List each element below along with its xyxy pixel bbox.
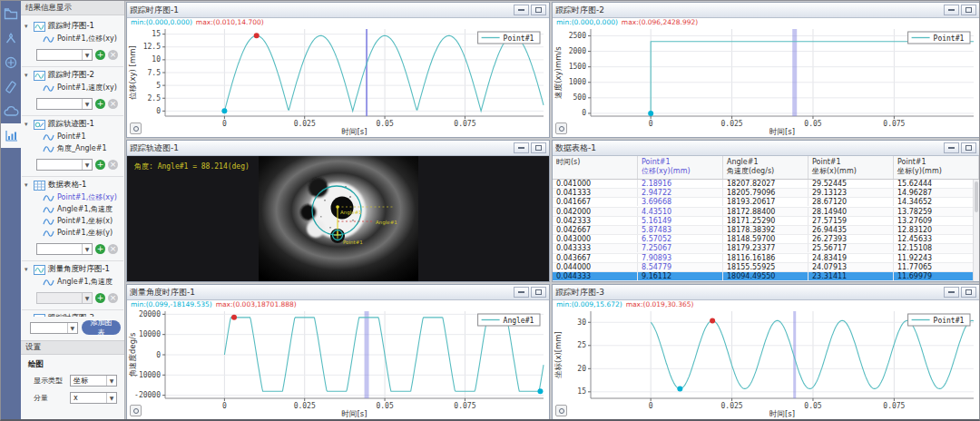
panel-angle-time-series-1: 测量角度时序图-1 min:(0.099,-18149.535)max:(0.0…: [126, 284, 550, 420]
maximize-button[interactable]: [531, 142, 546, 153]
remove-series-button[interactable]: ×: [108, 99, 118, 109]
remove-series-button[interactable]: ×: [108, 50, 118, 60]
table-column-header[interactable]: Point#1坐标(y)(mm): [894, 156, 979, 179]
tree-item-label: 角度_Angle#1: [57, 143, 107, 153]
table-column-header[interactable]: Point#1位移(xy)(mm): [638, 156, 723, 179]
chevron-down-icon: ▼: [82, 244, 92, 254]
chart-panel-icon[interactable]: [1, 123, 21, 148]
tree-group-header[interactable]: ▾跟踪时序图-1: [22, 20, 123, 33]
tree-item[interactable]: 角度_Angle#1: [22, 142, 123, 154]
table-row[interactable]: 0.0410002.1891618207.8202729.5244515.624…: [553, 180, 979, 189]
cloud-icon[interactable]: [1, 99, 21, 123]
table-row[interactable]: 0.0420004.4351018172.8840028.1494013.782…: [553, 208, 979, 217]
tree-item[interactable]: Angle#1,角速度: [22, 203, 123, 215]
maximize-button[interactable]: [961, 287, 976, 298]
svg-text:0: 0: [156, 351, 161, 359]
table-scrollbar[interactable]: [973, 180, 979, 281]
target-icon[interactable]: [1, 50, 21, 74]
add-series-button[interactable]: +: [95, 293, 105, 303]
tree-item[interactable]: Point#1,坐标(y): [22, 227, 123, 239]
tree-group-header[interactable]: ▾跟踪轨迹图-1: [22, 118, 123, 131]
chevron-down-icon[interactable]: ▾: [24, 181, 31, 189]
remove-series-button[interactable]: ×: [108, 293, 118, 303]
panel-title: 跟踪时序图-3: [555, 287, 942, 299]
add-series-button[interactable]: +: [95, 50, 105, 60]
add-chart-combobox[interactable]: ▼: [30, 322, 78, 334]
chevron-down-icon[interactable]: ▾: [24, 121, 31, 128]
add-series-button[interactable]: +: [95, 244, 105, 254]
chevron-down-icon[interactable]: ▾: [24, 72, 31, 79]
svg-text:0.025: 0.025: [294, 402, 316, 410]
svg-text:10000: 10000: [139, 330, 161, 338]
maximize-button[interactable]: [531, 287, 546, 298]
maximize-button[interactable]: [961, 5, 976, 15]
add-series-button[interactable]: +: [95, 99, 105, 109]
tree-group-header[interactable]: ▾跟踪时序图-2: [22, 69, 123, 82]
table-row[interactable]: 0.0413332.9472218205.7909629.1312314.962…: [553, 189, 979, 198]
table-column-header[interactable]: Point#1坐标(x)(mm): [808, 156, 894, 179]
table-column-header[interactable]: 时间(s): [553, 156, 638, 179]
minimize-button[interactable]: [514, 287, 529, 298]
series-combobox[interactable]: ▼: [36, 243, 93, 255]
remove-series-button[interactable]: ×: [108, 160, 118, 170]
minmax-readout: min:(0.099,-18149.535)max:(0.003,18701.8…: [131, 300, 297, 308]
chart-canvas[interactable]: 00.0250.050.07502.557.51012.515时间[s]位移(x…: [127, 18, 549, 137]
minimize-button[interactable]: [944, 5, 959, 15]
tree-item-label: Point#1: [57, 132, 86, 141]
table-row[interactable]: 0.0430006.5705218148.5970026.2739312.456…: [553, 235, 979, 244]
table-row[interactable]: 0.0423335.1614918171.2529027.5715913.276…: [553, 217, 979, 226]
folder-icon[interactable]: [1, 1, 21, 25]
svg-text:0: 0: [222, 120, 227, 128]
reset-view-button[interactable]: [555, 122, 567, 134]
add-chart-button[interactable]: 添加图表: [82, 320, 121, 335]
table-cell: 14.96287: [894, 189, 979, 197]
svg-text:2.5: 2.5: [148, 94, 162, 103]
series-combobox[interactable]: ▼: [36, 98, 93, 110]
table-row[interactable]: 0.0443339.1611218094.4955023.3141111.699…: [553, 272, 979, 281]
component-select[interactable]: x▼: [70, 392, 117, 404]
minimize-button[interactable]: [944, 142, 959, 153]
chart-canvas[interactable]: 00.0250.050.075-20000-1000001000020000时间…: [127, 300, 549, 419]
svg-text:7.5: 7.5: [148, 69, 162, 77]
scrollbar-thumb[interactable]: [975, 181, 978, 212]
tree-item[interactable]: Point#1,坐标(x): [22, 215, 123, 227]
svg-text:20000: 20000: [139, 310, 161, 318]
table-row[interactable]: 0.0436677.9089318116.1618624.8341911.922…: [553, 254, 979, 263]
add-series-button[interactable]: +: [95, 160, 105, 170]
tag-icon[interactable]: [1, 74, 21, 99]
series-combobox[interactable]: ▼: [36, 292, 93, 304]
table-row[interactable]: 0.0440008.5477918155.5592524.0791311.770…: [553, 263, 979, 272]
svg-text:0.025: 0.025: [721, 402, 743, 410]
table-cell: 4.43510: [638, 208, 723, 216]
reset-view-button[interactable]: [130, 405, 142, 416]
reset-view-button[interactable]: [555, 405, 567, 416]
chevron-down-icon[interactable]: ▾: [24, 23, 31, 30]
tripod-icon[interactable]: [1, 25, 21, 50]
table-row[interactable]: 0.0426675.8748318178.3839226.9443512.831…: [553, 226, 979, 235]
table-column-header[interactable]: Angle#1角速度(deg/s): [723, 156, 808, 179]
tree-group: ▾跟踪时序图-3Point#1,坐标(x)▼+×: [22, 310, 123, 317]
chart-canvas[interactable]: 00.0250.050.07515202530时间[s]坐标(x)[mm]Poi…: [553, 300, 979, 419]
table-row[interactable]: 0.0433337.2506718179.2337725.5671712.151…: [553, 244, 979, 253]
minimize-button[interactable]: [514, 142, 529, 153]
reset-view-button[interactable]: [130, 122, 142, 134]
minimize-button[interactable]: [514, 5, 529, 15]
tree-item-label: Point#1,坐标(y): [57, 228, 113, 238]
series-combobox[interactable]: ▼: [36, 49, 93, 61]
tree-item-label: Point#1,坐标(x): [57, 216, 113, 226]
tree-group-header[interactable]: ▾数据表格-1: [22, 179, 123, 191]
minimize-button[interactable]: [944, 287, 959, 298]
maximize-button[interactable]: [961, 142, 976, 153]
chevron-down-icon[interactable]: ▾: [24, 266, 31, 273]
series-combobox[interactable]: ▼: [36, 159, 93, 171]
svg-text:时间[s]: 时间[s]: [341, 409, 367, 418]
maximize-button[interactable]: [531, 5, 546, 15]
display-type-select[interactable]: 坐标▼: [70, 375, 117, 387]
svg-text:0.075: 0.075: [883, 120, 905, 128]
tree-group-header[interactable]: ▾测量角度时序图-1: [22, 263, 123, 276]
table-row[interactable]: 0.0416673.6966818193.2061728.6712014.346…: [553, 198, 979, 207]
remove-series-button[interactable]: ×: [108, 244, 118, 254]
table-cell: 18179.23377: [723, 244, 808, 252]
chart-canvas[interactable]: 00.0250.050.07505001000150020002500时间[s]…: [553, 18, 979, 137]
video-viewport[interactable]: 角度: Angle#1 = 88.214(deg): [127, 156, 549, 281]
